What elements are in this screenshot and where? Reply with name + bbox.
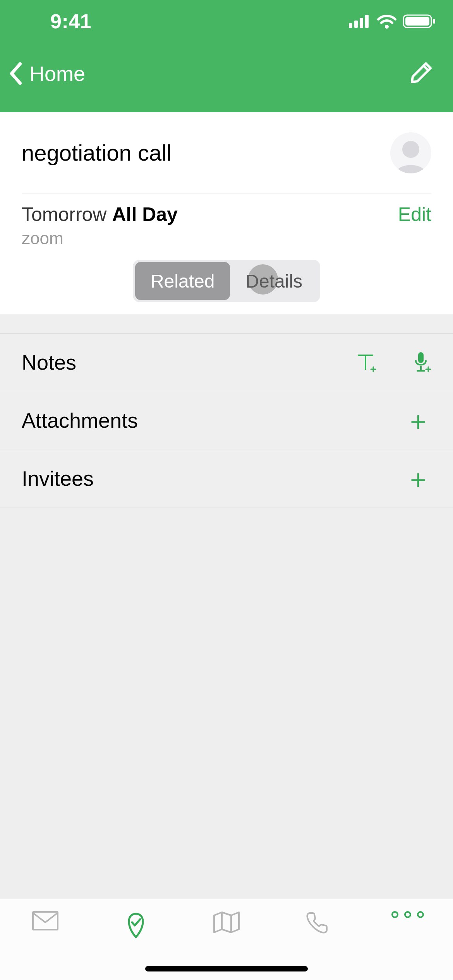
plus-icon: ＋ — [405, 406, 431, 435]
mic-plus-icon — [413, 351, 431, 373]
related-sections: Notes Attachments ＋ Invitees ＋ — [0, 314, 453, 507]
attachments-label: Attachments — [22, 408, 138, 432]
svg-rect-7 — [433, 19, 435, 24]
nav-bar: Home — [0, 43, 453, 112]
invitees-label: Invitees — [22, 466, 94, 490]
invitees-row[interactable]: Invitees ＋ — [0, 449, 453, 507]
tab-more[interactable] — [362, 911, 453, 918]
more-icon — [362, 911, 453, 918]
touch-indicator — [248, 264, 278, 295]
mail-icon — [0, 911, 91, 931]
phone-icon — [272, 911, 362, 935]
svg-rect-2 — [360, 18, 363, 28]
tab-phone[interactable] — [272, 911, 362, 935]
event-info: Tomorrow All Day zoom Edit — [22, 194, 431, 252]
title-row: negotiation call — [22, 112, 431, 194]
svg-rect-12 — [33, 912, 58, 930]
svg-rect-9 — [418, 352, 424, 363]
status-time: 9:41 — [50, 10, 91, 33]
wifi-icon — [377, 14, 397, 29]
svg-point-4 — [385, 25, 389, 29]
status-icons — [349, 14, 436, 29]
plus-icon: ＋ — [405, 464, 431, 493]
tab-mail[interactable] — [0, 911, 91, 931]
add-attachment-button[interactable]: ＋ — [405, 407, 431, 433]
app-header: 9:41 Home — [0, 0, 453, 112]
svg-point-8 — [402, 141, 419, 158]
svg-rect-6 — [405, 17, 429, 26]
svg-rect-0 — [349, 23, 352, 28]
cellular-icon — [349, 15, 371, 28]
text-plus-icon — [356, 351, 378, 373]
svg-rect-11 — [417, 370, 425, 372]
pencil-icon — [410, 79, 433, 86]
edit-link[interactable]: Edit — [398, 203, 431, 226]
add-invitee-button[interactable]: ＋ — [405, 465, 431, 492]
svg-point-15 — [418, 912, 423, 917]
attachments-row[interactable]: Attachments ＋ — [0, 391, 453, 449]
edit-button[interactable] — [410, 61, 433, 86]
avatar[interactable] — [390, 132, 431, 173]
svg-rect-1 — [354, 21, 358, 28]
add-text-note-button[interactable] — [356, 351, 378, 373]
tab-checkin[interactable] — [91, 911, 181, 939]
svg-point-13 — [392, 912, 398, 917]
notes-row[interactable]: Notes — [0, 333, 453, 391]
home-indicator[interactable] — [145, 966, 308, 971]
svg-rect-10 — [420, 366, 422, 370]
back-button[interactable]: Home — [9, 62, 85, 86]
chevron-left-icon — [9, 62, 22, 85]
segmented-control: Related Details — [133, 260, 320, 302]
map-icon — [181, 911, 272, 934]
location-check-icon — [91, 911, 181, 939]
add-voice-note-button[interactable] — [413, 351, 431, 373]
back-label: Home — [29, 62, 85, 86]
battery-icon — [403, 14, 436, 29]
notes-label: Notes — [22, 350, 76, 374]
event-title: negotiation call — [22, 140, 172, 166]
event-summary: negotiation call Tomorrow All Day zoom E… — [0, 112, 453, 252]
event-date: Tomorrow All Day — [22, 203, 178, 226]
status-bar: 9:41 — [0, 0, 453, 43]
svg-point-14 — [405, 912, 410, 917]
person-icon — [392, 136, 429, 173]
event-location: zoom — [22, 229, 178, 248]
svg-rect-3 — [365, 15, 369, 28]
segmented-container: Related Details — [0, 252, 453, 314]
tab-related[interactable]: Related — [135, 262, 230, 300]
tab-map[interactable] — [181, 911, 272, 934]
